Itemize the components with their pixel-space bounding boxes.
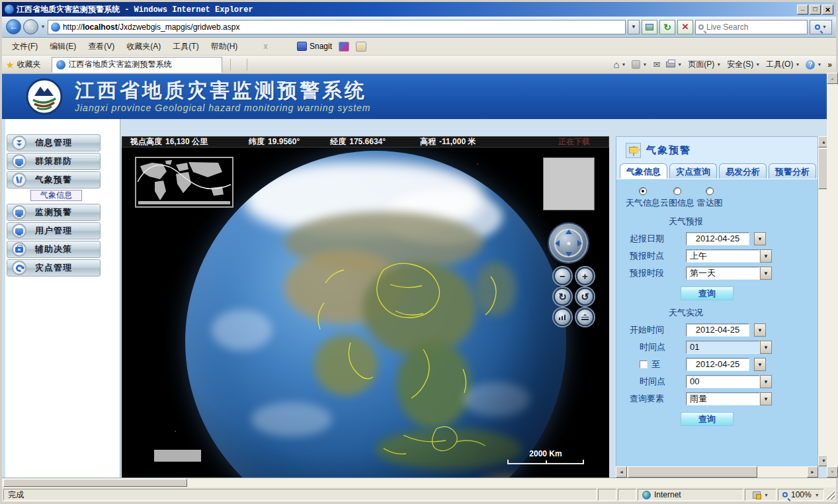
search-input[interactable] [706,22,809,32]
radio-weather-info[interactable] [639,187,647,195]
sidebar-item-decision-support[interactable]: 辅助决策 [7,241,101,258]
forecast-day-select[interactable]: 第一天 [686,267,772,280]
home-button[interactable] [613,59,626,70]
sidebar-item-info-mgmt[interactable]: 信息管理 [7,134,101,151]
rotate-cw-button[interactable]: ↻ [554,288,571,306]
help-menu[interactable] [806,60,821,69]
live-end-hour-select[interactable]: 00 [686,375,772,388]
protected-mode-cell[interactable] [745,489,776,501]
dropdown-arrow-icon[interactable] [760,392,772,405]
live-query-button[interactable]: 查询 [681,412,733,426]
overview-world-map[interactable] [135,157,233,208]
globe-viewport[interactable]: 视点高度16,130 公里 纬度19.9560° 经度175.6634° 高程-… [122,136,609,478]
sidebar-item-weather-warning[interactable]: 气象预警 [7,171,101,189]
space-background[interactable]: − + ↻ ↺ 2000 Km [122,147,609,478]
end-date-checkbox[interactable] [640,360,648,368]
stop-button[interactable] [677,20,693,34]
tab-susceptibility-analysis[interactable]: 易发分析 [719,163,767,179]
dropdown-arrow-icon[interactable] [760,267,772,280]
menu-edit[interactable]: 编辑(E) [44,39,82,54]
back-button[interactable] [6,19,21,34]
refresh-button[interactable] [659,20,675,34]
tab-weather-info[interactable]: 气象信息 [620,163,667,179]
panel-horizontal-scrollbar[interactable] [616,466,818,478]
rotate-ccw-button[interactable]: ↺ [576,288,594,306]
sidebar-item-user-mgmt[interactable]: 用户管理 [7,222,101,239]
forecast-period-select[interactable]: 上午 [686,249,772,263]
resize-grip[interactable] [825,490,835,499]
dropdown-arrow-icon[interactable] [760,341,772,354]
live-end-date-select[interactable]: 2012-04-25 [686,358,766,371]
live-start-date-select[interactable]: 2012-04-25 [686,323,766,337]
compatibility-view-button[interactable] [642,20,657,34]
search-options-icon[interactable] [822,24,827,29]
query-element-select[interactable]: 雨量 [686,392,772,405]
pan-up-icon[interactable] [566,230,572,234]
pan-left-icon[interactable] [555,240,560,247]
tools-menu[interactable]: 工具(O) [766,59,800,70]
zoom-control[interactable]: 100% [778,489,824,501]
snagit-window-icon[interactable] [356,42,366,52]
snagit-toolbar-button[interactable]: Snagit [297,42,332,51]
zoom-out-button[interactable]: − [554,267,571,285]
toolbar-close-icon[interactable]: x [263,42,268,51]
earth-globe[interactable] [185,151,566,478]
sidebar-item-group-prevention[interactable]: 群策群防 [7,153,101,170]
radio-cloud-image[interactable] [673,187,681,195]
forecast-date-select[interactable]: 2012-04-25 [686,232,766,245]
feeds-button[interactable] [632,60,647,69]
overflow-chevron-icon[interactable] [827,60,832,69]
snagit-capture-icon[interactable] [339,42,349,52]
tilt-up-button[interactable] [554,308,571,326]
favorites-label[interactable]: 收藏夹 [17,59,41,70]
sidebar-subitem-weather-info[interactable]: 气象信息 [30,190,82,201]
page-horizontal-scrollbar[interactable] [2,478,836,487]
scrollbar-thumb[interactable] [3,479,187,487]
scroll-left-icon[interactable] [616,466,627,478]
address-input[interactable]: http://localhost/Jxdzwebgis_mapgis/gridw… [48,20,626,34]
sidebar-item-monitor-warning[interactable]: 监测预警 [7,204,101,221]
minimize-button[interactable] [797,5,808,15]
dropdown-arrow-icon[interactable] [815,493,819,497]
tab-warning-analysis[interactable]: 预警分析 [769,163,816,179]
radio-radar-image[interactable] [706,187,714,195]
tilt-down-button[interactable] [576,308,594,326]
menu-favorites[interactable]: 收藏夹(A) [120,39,167,54]
address-dropdown-button[interactable] [628,20,640,34]
close-button[interactable] [822,5,833,15]
browser-tab[interactable]: 江西省地质灾害监测预警系统 [52,57,222,73]
history-dropdown-icon[interactable] [40,24,46,30]
pan-control[interactable] [549,224,588,263]
dropdown-arrow-icon[interactable] [760,249,772,263]
favorites-star-icon[interactable] [6,60,15,70]
print-button[interactable] [666,62,682,67]
forward-button[interactable] [23,19,38,34]
scrollbar-thumb[interactable] [628,466,757,478]
read-mail-button[interactable] [653,60,660,69]
tab-hazard-query[interactable]: 灾点查询 [669,163,717,179]
pan-right-icon[interactable] [577,240,582,247]
live-start-hour-select[interactable]: 01 [686,341,772,354]
page-menu[interactable]: 页面(P) [688,59,721,70]
forecast-query-button[interactable]: 查询 [681,286,733,300]
menu-tools[interactable]: 工具(T) [167,39,204,54]
dropdown-arrow-icon[interactable] [754,232,766,245]
scroll-down-icon[interactable] [827,466,838,478]
page-vertical-scrollbar[interactable] [827,73,838,478]
menu-file[interactable]: 文件(F) [6,39,44,54]
live-search-box[interactable] [695,20,808,34]
pan-down-icon[interactable] [566,252,572,257]
scroll-right-icon[interactable] [807,466,818,478]
dropdown-arrow-icon[interactable] [764,493,769,497]
dropdown-arrow-icon[interactable] [760,375,772,388]
zoom-in-button[interactable]: + [576,267,594,285]
scroll-up-icon[interactable] [827,73,838,84]
menu-view[interactable]: 查看(V) [82,39,120,54]
menu-help[interactable]: 帮助(H) [205,39,244,54]
sidebar-item-hazard-point-mgmt[interactable]: 灾点管理 [7,259,101,276]
dropdown-arrow-icon[interactable] [754,358,766,371]
dropdown-arrow-icon[interactable] [754,323,766,337]
safety-menu[interactable]: 安全(S) [727,59,760,70]
maximize-button[interactable] [810,5,821,15]
search-go-button[interactable] [810,20,832,34]
